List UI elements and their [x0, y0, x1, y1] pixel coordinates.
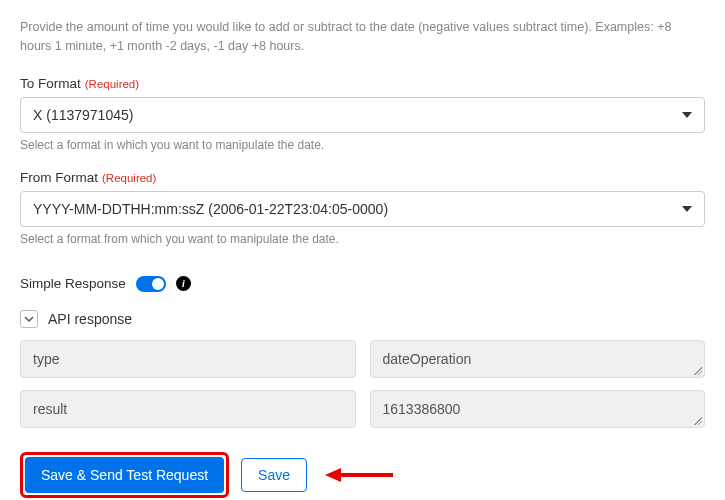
primary-highlight-box: Save & Send Test Request [20, 452, 229, 498]
simple-response-label: Simple Response [20, 276, 126, 291]
simple-response-row: Simple Response i [20, 276, 705, 292]
svg-marker-1 [325, 468, 341, 482]
chevron-down-icon [24, 314, 34, 324]
required-tag: (Required) [102, 172, 156, 184]
required-tag: (Required) [85, 78, 139, 90]
api-response-row: result 1613386800 [20, 390, 705, 428]
simple-response-toggle[interactable] [136, 276, 166, 292]
response-key[interactable]: type [20, 340, 356, 378]
from-format-select[interactable]: YYYY-MM-DDTHH:mm:ssZ (2006-01-22T23:04:0… [20, 191, 705, 227]
to-format-value: X (1137971045) [33, 107, 133, 123]
chevron-down-icon [682, 206, 692, 212]
api-response-header: API response [20, 310, 705, 328]
to-format-select[interactable]: X (1137971045) [20, 97, 705, 133]
response-key[interactable]: result [20, 390, 356, 428]
expression-help-text: Provide the amount of time you would lik… [20, 18, 705, 56]
to-format-label: To Format (Required) [20, 76, 705, 91]
from-format-label-text: From Format [20, 170, 98, 185]
api-response-row: type dateOperation [20, 340, 705, 378]
action-row: Save & Send Test Request Save [20, 452, 705, 498]
save-button[interactable]: Save [241, 458, 307, 492]
chevron-down-icon [682, 112, 692, 118]
api-response-label: API response [48, 311, 132, 327]
to-format-help: Select a format in which you want to man… [20, 138, 705, 152]
from-format-value: YYYY-MM-DDTHH:mm:ssZ (2006-01-22T23:04:0… [33, 201, 388, 217]
toggle-knob [152, 278, 164, 290]
info-icon[interactable]: i [176, 276, 191, 291]
save-send-test-button[interactable]: Save & Send Test Request [25, 457, 224, 493]
from-format-help: Select a format from which you want to m… [20, 232, 705, 246]
from-format-field: From Format (Required) YYYY-MM-DDTHH:mm:… [20, 170, 705, 246]
to-format-field: To Format (Required) X (1137971045) Sele… [20, 76, 705, 152]
arrow-annotation-icon [325, 465, 395, 485]
response-value[interactable]: dateOperation [370, 340, 706, 378]
response-value[interactable]: 1613386800 [370, 390, 706, 428]
from-format-label: From Format (Required) [20, 170, 705, 185]
to-format-label-text: To Format [20, 76, 81, 91]
collapse-button[interactable] [20, 310, 38, 328]
